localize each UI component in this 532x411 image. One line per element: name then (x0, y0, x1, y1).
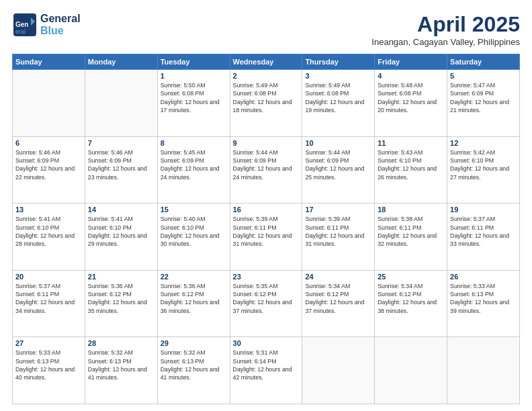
calendar-cell: 25Sunrise: 5:34 AMSunset: 6:12 PMDayligh… (375, 270, 447, 337)
svg-text:eral: eral (15, 28, 26, 35)
calendar-cell: 24Sunrise: 5:34 AMSunset: 6:12 PMDayligh… (302, 270, 375, 337)
day-number: 23 (233, 273, 300, 281)
day-info: Sunrise: 5:49 AMSunset: 6:08 PMDaylight:… (233, 81, 300, 114)
day-number: 26 (450, 273, 517, 281)
calendar-cell (13, 70, 85, 137)
calendar-cell: 7Sunrise: 5:46 AMSunset: 6:09 PMDaylight… (85, 136, 157, 203)
calendar-cell (447, 337, 520, 404)
calendar-cell: 13Sunrise: 5:41 AMSunset: 6:10 PMDayligh… (13, 203, 85, 271)
day-info: Sunrise: 5:43 AMSunset: 6:10 PMDaylight:… (378, 148, 444, 181)
day-info: Sunrise: 5:40 AMSunset: 6:10 PMDaylight:… (161, 215, 227, 248)
day-number: 17 (305, 205, 371, 214)
day-number: 7 (88, 139, 154, 147)
day-info: Sunrise: 5:48 AMSunset: 6:08 PMDaylight:… (378, 81, 444, 114)
day-number: 5 (450, 72, 517, 80)
location: Ineangan, Cagayan Valley, Philippines (371, 37, 520, 47)
col-monday: Monday (85, 54, 157, 70)
day-info: Sunrise: 5:33 AMSunset: 6:13 PMDaylight:… (450, 282, 517, 315)
day-number: 9 (233, 139, 300, 147)
calendar-cell: 30Sunrise: 5:31 AMSunset: 6:14 PMDayligh… (230, 337, 302, 404)
day-info: Sunrise: 5:39 AMSunset: 6:11 PMDaylight:… (305, 215, 371, 248)
calendar-cell: 15Sunrise: 5:40 AMSunset: 6:10 PMDayligh… (157, 203, 230, 271)
calendar-cell: 23Sunrise: 5:35 AMSunset: 6:12 PMDayligh… (230, 270, 302, 337)
day-number: 3 (305, 72, 371, 80)
calendar-cell: 4Sunrise: 5:48 AMSunset: 6:08 PMDaylight… (375, 70, 447, 137)
col-sunday: Sunday (13, 54, 85, 70)
day-info: Sunrise: 5:41 AMSunset: 6:10 PMDaylight:… (15, 215, 82, 248)
calendar-cell: 5Sunrise: 5:47 AMSunset: 6:09 PMDaylight… (447, 70, 520, 137)
day-number: 11 (378, 139, 444, 147)
day-info: Sunrise: 5:46 AMSunset: 6:09 PMDaylight:… (88, 148, 154, 181)
day-number: 19 (450, 205, 517, 214)
calendar-week-0: 1Sunrise: 5:50 AMSunset: 6:08 PMDaylight… (13, 70, 520, 137)
day-number: 10 (305, 139, 371, 147)
title-block: April 2025 Ineangan, Cagayan Valley, Phi… (371, 12, 520, 47)
day-info: Sunrise: 5:47 AMSunset: 6:09 PMDaylight:… (450, 81, 517, 114)
day-number: 25 (378, 273, 444, 281)
day-number: 30 (233, 339, 300, 347)
calendar-cell: 10Sunrise: 5:44 AMSunset: 6:09 PMDayligh… (302, 136, 375, 203)
day-number: 12 (450, 139, 517, 147)
calendar-cell: 20Sunrise: 5:37 AMSunset: 6:11 PMDayligh… (13, 270, 85, 337)
logo-line2: Blue (40, 25, 81, 37)
day-info: Sunrise: 5:31 AMSunset: 6:14 PMDaylight:… (233, 349, 300, 381)
day-number: 8 (161, 139, 227, 147)
calendar-cell: 28Sunrise: 5:32 AMSunset: 6:13 PMDayligh… (85, 337, 157, 404)
day-number: 21 (88, 273, 154, 281)
col-friday: Friday (375, 54, 447, 70)
day-info: Sunrise: 5:39 AMSunset: 6:11 PMDaylight:… (233, 215, 300, 248)
day-info: Sunrise: 5:37 AMSunset: 6:11 PMDaylight:… (450, 215, 517, 248)
day-number: 13 (15, 205, 82, 214)
calendar-cell: 21Sunrise: 5:36 AMSunset: 6:12 PMDayligh… (85, 270, 157, 337)
day-number: 4 (378, 72, 444, 80)
header-row: Sunday Monday Tuesday Wednesday Thursday… (13, 54, 520, 70)
calendar-cell: 6Sunrise: 5:46 AMSunset: 6:09 PMDaylight… (13, 136, 85, 203)
calendar-cell: 29Sunrise: 5:32 AMSunset: 6:13 PMDayligh… (157, 337, 230, 404)
calendar-week-4: 27Sunrise: 5:33 AMSunset: 6:13 PMDayligh… (13, 337, 520, 404)
day-number: 28 (88, 339, 154, 347)
calendar-cell: 16Sunrise: 5:39 AMSunset: 6:11 PMDayligh… (230, 203, 302, 271)
calendar-cell (375, 337, 447, 404)
calendar-cell: 14Sunrise: 5:41 AMSunset: 6:10 PMDayligh… (85, 203, 157, 271)
day-number: 2 (233, 72, 300, 80)
calendar-cell: 8Sunrise: 5:45 AMSunset: 6:09 PMDaylight… (157, 136, 230, 203)
calendar-cell: 3Sunrise: 5:49 AMSunset: 6:08 PMDaylight… (302, 70, 375, 137)
day-number: 18 (378, 205, 444, 214)
logo: Gen eral General Blue (12, 12, 81, 38)
calendar-cell (302, 337, 375, 404)
day-info: Sunrise: 5:38 AMSunset: 6:11 PMDaylight:… (378, 215, 444, 248)
day-number: 1 (161, 72, 227, 80)
day-info: Sunrise: 5:36 AMSunset: 6:12 PMDaylight:… (161, 282, 227, 315)
calendar-cell: 22Sunrise: 5:36 AMSunset: 6:12 PMDayligh… (157, 270, 230, 337)
day-info: Sunrise: 5:33 AMSunset: 6:13 PMDaylight:… (15, 349, 82, 381)
col-wednesday: Wednesday (230, 54, 302, 70)
day-info: Sunrise: 5:32 AMSunset: 6:13 PMDaylight:… (88, 349, 154, 381)
day-info: Sunrise: 5:37 AMSunset: 6:11 PMDaylight:… (15, 282, 82, 315)
calendar-cell: 18Sunrise: 5:38 AMSunset: 6:11 PMDayligh… (375, 203, 447, 271)
page: Gen eral General Blue April 2025 Ineanga… (0, 0, 532, 411)
calendar-cell: 11Sunrise: 5:43 AMSunset: 6:10 PMDayligh… (375, 136, 447, 203)
day-info: Sunrise: 5:46 AMSunset: 6:09 PMDaylight:… (15, 148, 82, 181)
calendar-cell: 27Sunrise: 5:33 AMSunset: 6:13 PMDayligh… (13, 337, 85, 404)
header: Gen eral General Blue April 2025 Ineanga… (12, 12, 520, 47)
day-info: Sunrise: 5:32 AMSunset: 6:13 PMDaylight:… (161, 349, 227, 381)
day-number: 20 (15, 273, 82, 281)
calendar-week-3: 20Sunrise: 5:37 AMSunset: 6:11 PMDayligh… (13, 270, 520, 337)
col-tuesday: Tuesday (157, 54, 230, 70)
day-info: Sunrise: 5:35 AMSunset: 6:12 PMDaylight:… (233, 282, 300, 315)
day-info: Sunrise: 5:36 AMSunset: 6:12 PMDaylight:… (88, 282, 154, 315)
calendar-cell: 17Sunrise: 5:39 AMSunset: 6:11 PMDayligh… (302, 203, 375, 271)
calendar-cell: 2Sunrise: 5:49 AMSunset: 6:08 PMDaylight… (230, 70, 302, 137)
col-thursday: Thursday (302, 54, 375, 70)
calendar-cell: 12Sunrise: 5:42 AMSunset: 6:10 PMDayligh… (447, 136, 520, 203)
day-info: Sunrise: 5:50 AMSunset: 6:08 PMDaylight:… (161, 81, 227, 114)
calendar-cell: 26Sunrise: 5:33 AMSunset: 6:13 PMDayligh… (447, 270, 520, 337)
day-number: 24 (305, 273, 371, 281)
day-info: Sunrise: 5:49 AMSunset: 6:08 PMDaylight:… (305, 81, 371, 114)
calendar-week-2: 13Sunrise: 5:41 AMSunset: 6:10 PMDayligh… (13, 203, 520, 271)
calendar-week-1: 6Sunrise: 5:46 AMSunset: 6:09 PMDaylight… (13, 136, 520, 203)
day-number: 14 (88, 205, 154, 214)
day-info: Sunrise: 5:44 AMSunset: 6:09 PMDaylight:… (233, 148, 300, 181)
day-number: 29 (161, 339, 227, 347)
svg-text:Gen: Gen (15, 21, 28, 28)
